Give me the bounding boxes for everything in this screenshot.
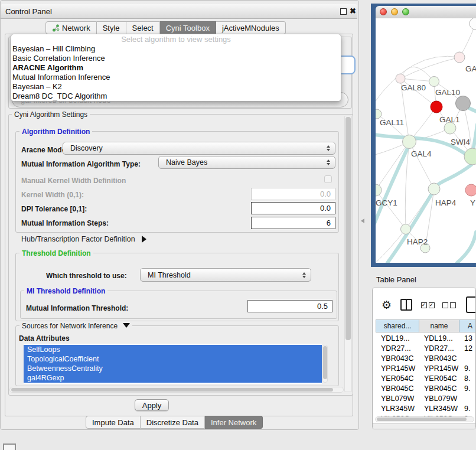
manual-kernel-checkbox[interactable] — [324, 175, 332, 183]
table-row[interactable]: YDL19...YDL19...13 — [376, 333, 476, 343]
tab-discretize-data[interactable]: Discretize Data — [141, 416, 205, 429]
mi-threshold-field[interactable]: 0.5 — [247, 300, 332, 312]
cell-name: YBR043C — [419, 354, 459, 363]
dpi-tolerance-field[interactable]: 0.0 — [251, 202, 335, 214]
node-gal10[interactable] — [429, 77, 439, 87]
attribute-item-selected[interactable]: TopologicalCoefficient — [24, 354, 322, 364]
cell-name: YER054C — [419, 374, 459, 383]
restore-panel-icon[interactable] — [3, 444, 16, 450]
cell-value: 13 — [459, 334, 472, 343]
algorithm-option[interactable]: Mutual Information Inference — [11, 73, 341, 82]
node-hap2[interactable] — [401, 224, 411, 234]
node[interactable] — [470, 18, 476, 30]
hub-section-label[interactable]: Hub/Transcription Factor Definition — [21, 235, 146, 243]
column-header-name[interactable]: name — [419, 319, 459, 332]
sources-group-title[interactable]: Sources for Network Inference — [19, 322, 132, 330]
tab-infer-network[interactable]: Infer Network — [205, 416, 263, 429]
table-row[interactable]: YLR345WYLR345W9. — [376, 403, 476, 413]
node-selected-red[interactable] — [431, 101, 442, 113]
table-horizontal-scrollbar-thumb[interactable] — [377, 418, 467, 421]
mi-threshold-label: Mutual Information Threshold: — [26, 304, 128, 312]
aracne-mode-combo[interactable]: Discovery — [63, 142, 335, 155]
node-swi4[interactable] — [464, 148, 476, 165]
mi-steps-field[interactable]: 6 — [251, 217, 335, 229]
cell-shared-name: YBL079W — [376, 394, 419, 403]
collapsed-arrow-icon[interactable] — [142, 236, 146, 243]
algorithm-option[interactable]: Dream8 DC_TDC Algorithm — [11, 92, 341, 101]
which-threshold-combo[interactable]: MI Threshold — [140, 268, 311, 282]
tab-jactivemnodules[interactable]: jActiveMNodules — [216, 21, 286, 34]
node-gcy1[interactable] — [376, 184, 382, 196]
settings-vertical-scrollbar-thumb[interactable] — [345, 117, 351, 340]
column-header-shared-name[interactable]: shared... — [376, 319, 419, 332]
close-panel-icon[interactable]: ✖ — [350, 6, 356, 15]
desktop: { "control_panel": { "title": "Control P… — [0, 0, 476, 450]
attributes-scrollbar-thumb[interactable] — [323, 346, 327, 379]
tab-network[interactable]: Network — [45, 21, 97, 34]
algorithm-option-selected[interactable]: ARACNE Algorithm — [11, 63, 341, 73]
node-gal80[interactable] — [396, 74, 405, 83]
table-row[interactable]: YBL079WYBL079W — [376, 393, 476, 403]
algorithm-option[interactable]: Bayesian – Hill Climbing — [11, 44, 341, 54]
control-panel-titlebar[interactable] — [1, 4, 357, 19]
node-gray[interactable] — [456, 96, 471, 111]
manual-kernel-label: Manual Kernel Width Definition — [21, 177, 126, 185]
table-row[interactable]: YPR145WYPR145W9. — [376, 363, 476, 373]
data-attributes-label: Data Attributes — [19, 334, 70, 343]
splitpane-collapse-icon[interactable] — [361, 219, 364, 223]
window-close-light[interactable] — [380, 8, 387, 15]
data-attributes-list[interactable]: SelfLoops TopologicalCoefficient Between… — [24, 344, 322, 384]
settings-gear-icon[interactable]: ⚙ — [382, 298, 392, 312]
node-gal1[interactable] — [444, 122, 456, 134]
kernel-width-field: 0.0 — [251, 188, 335, 200]
kernel-width-label: Kernel Width (0,1): — [21, 191, 84, 199]
attribute-item-selected[interactable]: BetweennessCentrality — [24, 364, 322, 373]
mi-threshold-group-title: MI Threshold Definition — [24, 287, 107, 295]
cell-name: YBL079W — [419, 394, 459, 403]
tab-select[interactable]: Select — [126, 21, 160, 34]
table-row[interactable]: YER054CYER054C8. — [376, 373, 476, 383]
expanded-arrow-icon[interactable] — [123, 323, 130, 328]
column-header-partial[interactable]: A — [459, 319, 476, 332]
node-hap4[interactable] — [428, 183, 440, 195]
table-panel-window: ⚙ ✓ ✓ shared... name A YDL19...YDL19...1… — [372, 288, 476, 429]
tab-network-label: Network — [62, 24, 90, 32]
deselect-boxes-icon[interactable] — [442, 302, 456, 308]
tab-style[interactable]: Style — [97, 21, 126, 34]
which-threshold-label: Which threshold to use: — [46, 272, 127, 280]
cell-value: 9. — [459, 405, 470, 413]
window-minimize-light[interactable] — [391, 8, 398, 15]
cell-value: 8. — [459, 374, 470, 383]
float-window-icon[interactable] — [340, 8, 347, 15]
settings-horizontal-scrollbar-thumb[interactable] — [11, 388, 333, 392]
apply-button[interactable]: Apply — [135, 399, 169, 411]
node-label: HAP4 — [435, 198, 457, 207]
tab-cyni-toolbox[interactable]: Cyni Toolbox — [160, 21, 216, 34]
node-gal4[interactable] — [403, 135, 416, 149]
mi-algorithm-type-combo[interactable]: Naive Bayes — [158, 156, 335, 169]
node-label: GCY1 — [376, 198, 397, 207]
table-row[interactable]: YDR27...YDR27...12 — [376, 343, 476, 353]
algorithm-option[interactable]: Bayesian – K2 — [11, 82, 341, 92]
node-salmon[interactable] — [465, 184, 476, 196]
tab-jactivemnodules-label: jActiveMNodules — [222, 24, 279, 32]
network-graph: GAL GAL80 GAL10 GAL1 GAL11 GAL4 SWI4 GCY… — [376, 18, 476, 263]
table-view-icon[interactable] — [466, 296, 476, 313]
algorithm-option[interactable]: Basic Correlation Inference — [11, 54, 341, 63]
tab-infer-network-label: Infer Network — [211, 418, 256, 427]
tab-impute-data[interactable]: Impute Data — [86, 416, 141, 429]
sources-title-text: Sources for Network Inference — [22, 322, 118, 330]
table-row[interactable]: YBR045CYBR045C9. — [376, 383, 476, 393]
tab-impute-data-label: Impute Data — [92, 418, 134, 427]
network-canvas[interactable]: GAL GAL80 GAL10 GAL1 GAL11 GAL4 SWI4 GCY… — [376, 18, 476, 263]
node-gal11[interactable] — [376, 109, 382, 119]
node[interactable] — [454, 52, 465, 63]
split-columns-icon[interactable] — [400, 299, 412, 311]
attribute-item-selected[interactable]: gal4RGexp — [24, 373, 322, 383]
select-all-checks-icon[interactable]: ✓ ✓ — [421, 302, 435, 308]
aracne-mode-value: Discovery — [70, 144, 103, 152]
table-row[interactable]: YBR043CYBR043C — [376, 353, 476, 363]
tab-cyni-toolbox-label: Cyni Toolbox — [166, 24, 210, 32]
attribute-item-selected[interactable]: SelfLoops — [24, 345, 322, 354]
window-zoom-light[interactable] — [402, 8, 409, 15]
